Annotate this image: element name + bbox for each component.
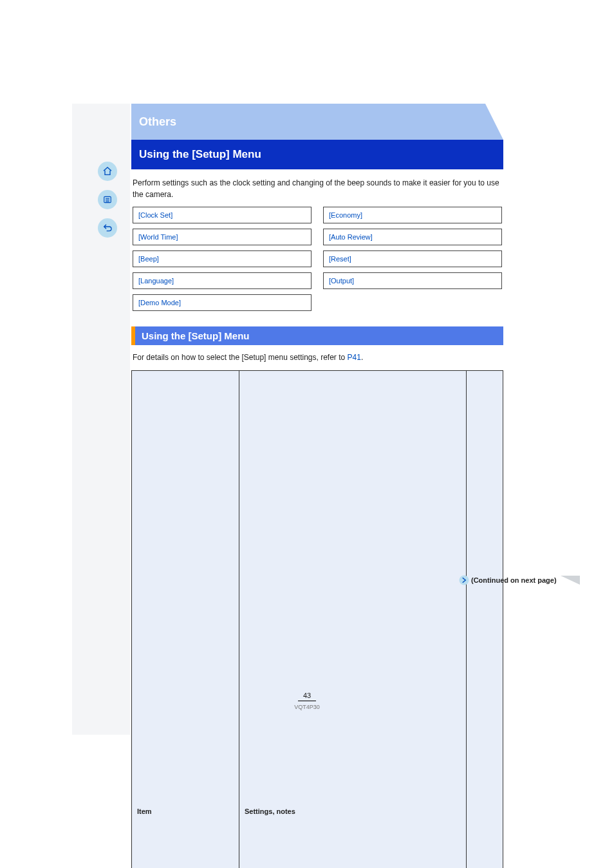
th-item: Item bbox=[132, 371, 239, 868]
settings-table: Item Settings, notes [Clock Set] Setting… bbox=[131, 370, 503, 868]
link-auto-review[interactable]: [Auto Review] bbox=[323, 229, 502, 245]
link-language[interactable]: [Language] bbox=[133, 272, 312, 289]
page-code: VQT4P30 bbox=[294, 704, 320, 710]
section-banner: Using the [Setup] Menu bbox=[131, 140, 503, 169]
home-icon[interactable] bbox=[98, 162, 117, 181]
continued-text: (Continued on next page) bbox=[471, 576, 557, 584]
chapter-banner: Others bbox=[131, 104, 503, 140]
para1-text: For details on how to select the [Setup]… bbox=[133, 353, 345, 362]
main-content: Others Using the [Setup] Menu Perform se… bbox=[131, 104, 503, 868]
para1-end: . bbox=[361, 353, 363, 362]
th-page bbox=[467, 371, 503, 868]
paragraph-1: For details on how to select the [Setup]… bbox=[133, 352, 502, 364]
subsection-heading: Using the [Setup] Menu bbox=[131, 326, 503, 345]
svg-point-4 bbox=[460, 576, 469, 585]
arrow-right-icon bbox=[458, 574, 470, 586]
continued-indicator: (Continued on next page) bbox=[458, 574, 580, 586]
footer-divider bbox=[298, 701, 316, 701]
page-footer: 43 VQT4P30 bbox=[0, 692, 614, 710]
link-reset[interactable]: [Reset] bbox=[323, 250, 502, 267]
chapter-label: Others bbox=[139, 115, 176, 129]
link-grid: [Clock Set] [Economy] [World Time] [Auto… bbox=[133, 207, 502, 311]
nav-icons bbox=[98, 162, 124, 247]
list-icon[interactable] bbox=[98, 190, 117, 209]
link-economy[interactable]: [Economy] bbox=[323, 207, 502, 223]
para1-link[interactable]: P41 bbox=[348, 353, 361, 362]
page-number: 43 bbox=[303, 692, 311, 699]
link-output[interactable]: [Output] bbox=[323, 272, 502, 289]
link-world-time[interactable]: [World Time] bbox=[133, 229, 312, 245]
link-demo-mode[interactable]: [Demo Mode] bbox=[133, 294, 312, 311]
link-clock-set[interactable]: [Clock Set] bbox=[133, 207, 312, 223]
wedge-icon bbox=[561, 576, 580, 585]
back-icon[interactable] bbox=[98, 218, 117, 238]
section-label: Using the [Setup] Menu bbox=[139, 148, 261, 161]
th-desc: Settings, notes bbox=[239, 371, 467, 868]
link-beep[interactable]: [Beep] bbox=[133, 250, 312, 267]
intro-text: Perform settings such as the clock setti… bbox=[133, 177, 502, 200]
